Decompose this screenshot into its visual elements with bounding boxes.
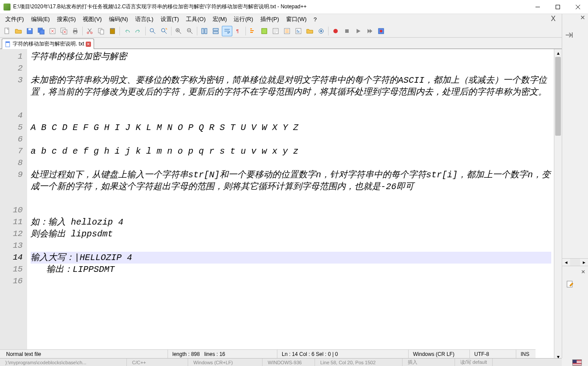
zoom-out-icon[interactable] (185, 26, 195, 36)
svg-rect-1 (556, 5, 560, 9)
svg-rect-15 (74, 28, 77, 30)
status-encoding[interactable]: UTF-8 (470, 350, 516, 358)
ext-eol: Windows (CR+LF) (188, 359, 262, 366)
menu-run[interactable]: 运行(R) (230, 14, 256, 25)
toolbar-separator (197, 27, 197, 35)
tab-active[interactable]: 字符的移动加密与解密说明. txt ✕ (2, 39, 94, 49)
doclist-icon[interactable] (282, 26, 292, 36)
folder-icon[interactable] (304, 26, 315, 36)
menubar: 文件(F) 编辑(E) 搜索(S) 视图(V) 编码(N) 语言(L) 设置(T… (0, 14, 562, 25)
stop-record-icon[interactable] (342, 26, 352, 36)
svg-rect-20 (100, 30, 104, 34)
window-controls (528, 0, 588, 14)
hscroll-right-icon[interactable]: ▸ (580, 259, 588, 266)
close-all-icon[interactable] (59, 26, 69, 36)
save-macro-icon[interactable] (376, 26, 386, 36)
ime-flag-icon[interactable] (572, 359, 582, 366)
panel-close-icon[interactable]: ✕ (580, 14, 585, 21)
record-icon[interactable] (330, 26, 341, 36)
menu-encoding[interactable]: 编码(N) (105, 14, 132, 25)
ext-path: ):\myprograms\codeblocks\cbase\ch... (0, 359, 127, 366)
status-insmode[interactable]: INS (516, 350, 534, 358)
save-icon[interactable] (24, 26, 35, 36)
tab-close-icon[interactable]: ✕ (86, 42, 91, 47)
svg-rect-30 (213, 32, 218, 34)
menu-help[interactable]: ? (310, 15, 320, 24)
save-all-icon[interactable] (36, 26, 46, 36)
panel-hscroll[interactable]: ◂ ▸ (562, 258, 588, 266)
maximize-button[interactable] (548, 0, 568, 14)
svg-rect-32 (262, 28, 267, 34)
undo-icon[interactable] (122, 26, 132, 36)
indent-guide-icon[interactable] (248, 26, 258, 36)
status-length: length : 898 lines : 16 (168, 350, 277, 358)
menu-search[interactable]: 搜索(S) (53, 14, 79, 25)
menu-plugins[interactable]: 插件(P) (257, 14, 283, 25)
svg-rect-27 (202, 28, 204, 34)
menu-window[interactable]: 窗口(W) (283, 14, 310, 25)
window-title: E:\项目\2020年\17.B站发布的打卡任务视频\12.C语言实现字符串的移… (13, 3, 528, 11)
cut-icon[interactable] (84, 26, 95, 36)
hscroll-left-icon[interactable]: ◂ (562, 259, 570, 266)
funclist-icon[interactable]: fx (293, 26, 304, 36)
wrap-icon[interactable] (222, 26, 232, 36)
tabbar: 字符的移动加密与解密说明. txt ✕ (0, 38, 562, 49)
svg-text:fx: fx (297, 29, 300, 34)
toolbar: ¶ fx (0, 25, 562, 38)
open-file-icon[interactable] (13, 26, 24, 36)
external-statusbar: ):\myprograms\codeblocks\cbase\ch... C/C… (0, 358, 562, 366)
toolbar-separator (245, 27, 246, 35)
minimize-button[interactable] (528, 0, 548, 14)
vertical-scrollbar[interactable]: ▴ ▾ (554, 49, 562, 361)
close-button[interactable] (568, 0, 588, 14)
panel-arrow-icon[interactable] (566, 32, 574, 40)
copy-icon[interactable] (96, 26, 106, 36)
menu-macro[interactable]: 宏(M) (209, 14, 231, 25)
app-icon (4, 4, 10, 11)
find-icon[interactable] (147, 26, 158, 36)
panel-x-icon[interactable]: ✕ (581, 269, 585, 275)
line-number-gutter: 12345678910111213141516 (0, 49, 27, 361)
print-icon[interactable] (70, 26, 80, 36)
menu-language[interactable]: 语言(L) (132, 14, 157, 25)
play-icon[interactable] (353, 26, 364, 36)
paste-icon[interactable] (107, 26, 118, 36)
docmap-icon[interactable] (270, 26, 281, 36)
ext-pos: Line 58, Col 20, Pos 1502 (315, 359, 402, 366)
menu-tools[interactable]: 工具(O) (182, 14, 209, 25)
sync-v-icon[interactable] (199, 26, 210, 36)
editor-area: 12345678910111213141516 字符串的移位加密与解密未加密的字… (0, 49, 562, 361)
svg-rect-10 (40, 30, 44, 34)
new-file-icon[interactable] (2, 26, 12, 36)
scroll-track[interactable] (554, 57, 562, 353)
ext-rw: 读/写 default (455, 359, 493, 366)
play-multi-icon[interactable] (364, 26, 375, 36)
menu-settings[interactable]: 设置(T) (157, 14, 183, 25)
toolbar-separator (145, 27, 146, 35)
menu-view[interactable]: 视图(V) (79, 14, 105, 25)
panel-edit-icon[interactable] (567, 281, 574, 290)
sync-h-icon[interactable] (210, 26, 221, 36)
close-file-icon[interactable] (47, 26, 58, 36)
toolbar-separator (119, 27, 120, 35)
show-all-chars-icon[interactable]: ¶ (233, 26, 244, 36)
code-editor[interactable]: 字符串的移位加密与解密未加密的字符串称为明文、要移位的数字称为密钥，简单移位就是… (27, 49, 554, 361)
mdi-close-icon[interactable]: X (551, 15, 556, 23)
hscroll-track[interactable] (570, 259, 580, 266)
status-eol[interactable]: Windows (CR LF) (409, 350, 470, 358)
replace-icon[interactable] (159, 26, 169, 36)
menu-file[interactable]: 文件(F) (2, 14, 28, 25)
scroll-thumb[interactable] (555, 57, 561, 136)
svg-text:¶: ¶ (236, 28, 239, 34)
toolbar-separator (328, 27, 329, 35)
svg-rect-28 (205, 28, 207, 34)
zoom-in-icon[interactable] (173, 26, 184, 36)
svg-rect-40 (345, 29, 349, 33)
userlang-icon[interactable] (259, 26, 270, 36)
redo-icon[interactable] (133, 26, 144, 36)
monitor-icon[interactable] (316, 26, 326, 36)
menu-edit[interactable]: 编辑(E) (28, 14, 53, 25)
svg-rect-44 (6, 42, 10, 43)
ext-enc: WINDOWS-936 (262, 359, 315, 366)
scroll-up-icon[interactable]: ▴ (554, 49, 562, 57)
